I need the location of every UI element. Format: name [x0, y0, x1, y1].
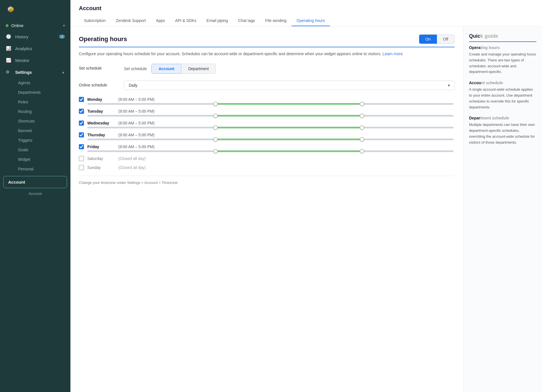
sidebar-analytics-label: Analytics: [15, 46, 32, 51]
sidebar-item-banned[interactable]: Banned: [15, 126, 70, 135]
daily-dropdown-area: Daily ▾: [124, 81, 455, 90]
sunday-checkbox[interactable]: [79, 165, 84, 170]
wednesday-row: Wednesday (9:00 AM – 5:00 PM): [79, 121, 455, 128]
sunday-header: Sunday (Closed all day): [79, 165, 455, 170]
sidebar-item-goals[interactable]: Goals: [15, 145, 70, 155]
tuesday-slider-fill: [216, 115, 362, 117]
quick-guide-department-text: Multiple departments can have their own …: [469, 122, 536, 145]
tuesday-thumb-end[interactable]: [360, 113, 364, 118]
thursday-row: Thursday (9:00 AM – 5:00 PM): [79, 132, 455, 140]
account-button[interactable]: Account: [3, 176, 67, 188]
tab-bar: Subscription Zendesk Support Apps API & …: [79, 15, 534, 26]
account-button-label: Account: [8, 180, 25, 184]
sidebar-item-triggers[interactable]: Triggers: [15, 135, 70, 145]
wednesday-slider-track[interactable]: [87, 127, 454, 128]
friday-thumb-start[interactable]: [213, 149, 218, 153]
monday-checkbox[interactable]: [79, 97, 84, 102]
thursday-header: Thursday (9:00 AM – 5:00 PM): [79, 132, 455, 137]
saturday-hours: (Closed all day): [118, 156, 146, 161]
page-title: Account: [79, 5, 534, 12]
quick-guide-panel: Quick guide Operating hours Create and m…: [463, 26, 542, 392]
quick-guide-account-title: Account schedule: [469, 81, 536, 85]
timezone-note-text: Change your timezone under Settings > Ac…: [79, 181, 178, 185]
tab-apps[interactable]: Apps: [151, 15, 170, 26]
online-schedule-row: Online schedule Daily ▾: [79, 81, 455, 90]
saturday-row: Saturday (Closed all day): [79, 156, 455, 161]
friday-label: Friday: [87, 144, 118, 149]
tuesday-thumb-start[interactable]: [213, 113, 218, 118]
tab-api-sdks[interactable]: API & SDKs: [170, 15, 201, 26]
sidebar-history-label: History: [15, 34, 28, 39]
timezone-note: Change your timezone under Settings > Ac…: [79, 176, 455, 185]
page-header: Account Subscription Zendesk Support App…: [70, 0, 542, 26]
sidebar-item-monitor[interactable]: 📈 Monitor: [0, 54, 70, 66]
saturday-header: Saturday (Closed all day): [79, 156, 455, 161]
daily-schedule-dropdown[interactable]: Daily ▾: [124, 81, 455, 90]
wednesday-thumb-start[interactable]: [213, 125, 218, 130]
department-schedule-button[interactable]: Department: [181, 64, 216, 74]
monday-row: Monday (9:00 AM – 5:00 PM): [79, 97, 455, 105]
thursday-checkbox[interactable]: [79, 132, 84, 137]
quick-guide-account-schedule: Account schedule A single account-wide s…: [469, 81, 536, 110]
quick-guide-operating-text: Create and manage your operating hours s…: [469, 52, 536, 75]
logo-area: [0, 0, 70, 20]
friday-row: Friday (9:00 AM – 5:00 PM): [79, 144, 455, 152]
learn-more-link[interactable]: Learn more: [383, 52, 403, 56]
sidebar-monitor-label: Monitor: [15, 58, 29, 63]
sidebar: Online ▾ 🕐 History 3 📊 Analytics 📈 Monit…: [0, 0, 70, 392]
status-chevron-icon: ▾: [63, 24, 65, 28]
saturday-checkbox[interactable]: [79, 156, 84, 161]
tab-subscription[interactable]: Subscription: [79, 15, 111, 26]
sidebar-item-history[interactable]: 🕐 History 3: [0, 31, 70, 43]
toggle-off-button[interactable]: Off: [437, 35, 454, 44]
monday-slider-track[interactable]: [87, 103, 454, 105]
monday-header: Monday (9:00 AM – 5:00 PM): [79, 97, 455, 102]
thursday-slider-fill: [216, 139, 362, 140]
thursday-thumb-start[interactable]: [213, 137, 218, 142]
account-schedule-button[interactable]: Account: [152, 64, 181, 74]
sidebar-item-roles[interactable]: Roles: [15, 97, 70, 107]
friday-slider-track[interactable]: [87, 150, 454, 152]
wednesday-thumb-end[interactable]: [360, 125, 364, 130]
monday-thumb-start[interactable]: [213, 102, 218, 106]
sidebar-item-analytics[interactable]: 📊 Analytics: [0, 43, 70, 54]
wednesday-hours: (9:00 AM – 5:00 PM): [118, 121, 154, 125]
wednesday-checkbox[interactable]: [79, 121, 84, 126]
tab-chat-tags[interactable]: Chat tags: [233, 15, 260, 26]
friday-thumb-end[interactable]: [360, 149, 364, 153]
sidebar-item-shortcuts[interactable]: Shortcuts: [15, 116, 70, 126]
quick-guide-title: Quick guide: [469, 33, 536, 42]
main-panel: Operating hours On Off Configure your op…: [70, 26, 463, 392]
online-schedule-label: Online schedule: [79, 81, 124, 87]
monday-hours: (9:00 AM – 5:00 PM): [118, 97, 154, 102]
clock-icon: 🕐: [6, 34, 11, 39]
sidebar-item-departments[interactable]: Departments: [15, 88, 70, 97]
app-logo: [6, 5, 16, 15]
saturday-label: Saturday: [87, 156, 118, 161]
sidebar-settings-label: Settings: [15, 70, 32, 75]
wednesday-slider-fill: [216, 127, 362, 128]
set-schedule-placeholder: Set schedule: [124, 66, 147, 71]
tab-zendesk-support[interactable]: Zendesk Support: [111, 15, 151, 26]
tuesday-label: Tuesday: [87, 109, 118, 113]
toggle-on-button[interactable]: On: [419, 35, 437, 44]
tab-email-piping[interactable]: Email piping: [201, 15, 233, 26]
tuesday-slider-track[interactable]: [87, 115, 454, 117]
tab-file-sending[interactable]: File sending: [260, 15, 292, 26]
sidebar-item-widget[interactable]: Widget: [15, 155, 70, 164]
friday-checkbox[interactable]: [79, 144, 84, 149]
thursday-thumb-end[interactable]: [360, 137, 364, 142]
sidebar-settings-toggle[interactable]: ⚙ Settings ▲: [0, 66, 70, 78]
tab-operating-hours[interactable]: Operating hours: [292, 15, 330, 26]
status-selector[interactable]: Online ▾: [0, 20, 70, 31]
sidebar-item-agents[interactable]: Agents: [15, 78, 70, 88]
sidebar-item-personal[interactable]: Personal: [15, 164, 70, 174]
sidebar-item-routing[interactable]: Routing: [15, 107, 70, 116]
thursday-slider-track[interactable]: [87, 139, 454, 140]
schedule-type-buttons: Account Department: [151, 64, 216, 74]
set-schedule-controls: Set schedule Account Department: [124, 64, 455, 74]
tuesday-checkbox[interactable]: [79, 109, 84, 114]
bar-chart-icon: 📊: [6, 46, 11, 51]
monday-thumb-end[interactable]: [360, 102, 364, 106]
settings-sub-menu: Agents Departments Roles Routing Shortcu…: [0, 78, 70, 174]
